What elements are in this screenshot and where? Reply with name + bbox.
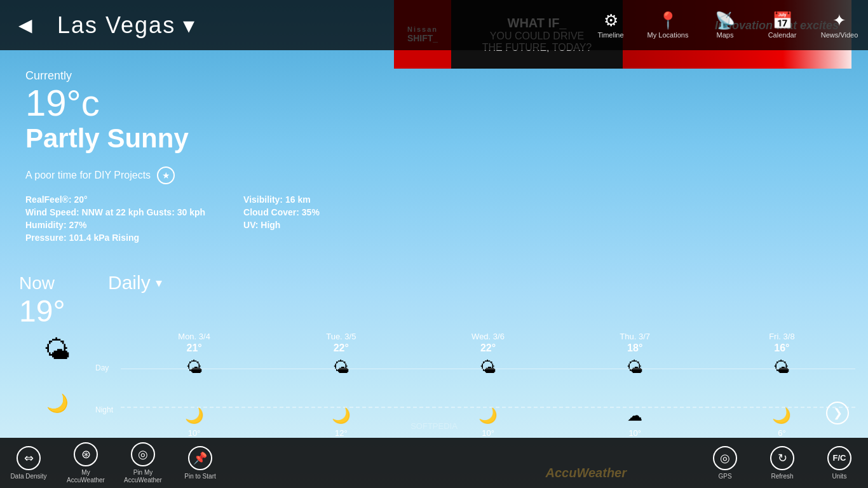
detail-col-right: Visibility: 16 km Cloud Cover: 35% UV: H… xyxy=(243,194,320,243)
pressure-value: 101.4 kPa Rising xyxy=(69,233,139,243)
units-icon: F/C xyxy=(827,446,851,470)
forecast-high: 21° xyxy=(187,342,202,354)
nav-item-calendar[interactable]: 📅 Calendar xyxy=(754,0,811,50)
daily-selector[interactable]: Daily ▾ xyxy=(108,272,162,294)
refresh-icon: ↻ xyxy=(770,446,794,470)
realfeel-item: RealFeel®: 20° xyxy=(25,194,205,205)
city-title[interactable]: Las Vegas ▾ xyxy=(57,12,582,39)
forecast-section: Now 19° Daily ▾ 🌤 🌙 Day Night xyxy=(0,272,868,438)
day-icon: 🌤 xyxy=(627,358,643,377)
day-icon: 🌤 xyxy=(480,358,496,377)
gusts-label: Gusts: xyxy=(146,207,174,217)
day-timeline-line xyxy=(121,369,855,369)
forecast-day: Mon. 3/4 21° 🌤 🌙 10° xyxy=(121,332,268,438)
nav-item-my-locations[interactable]: 📍 My Locations xyxy=(639,0,696,50)
nav-icons: ⚙ Timeline 📍 My Locations 📡 Maps 📅 Calen… xyxy=(582,0,868,50)
visibility-item: Visibility: 16 km xyxy=(243,194,320,205)
realfeel-value: 20° xyxy=(74,194,87,205)
maps-label: Maps xyxy=(717,31,734,39)
forecast-high: 16° xyxy=(774,342,789,354)
wind-label: Wind Speed: xyxy=(25,207,79,217)
forecast-day: Tue. 3/5 22° 🌤 🌙 12° xyxy=(268,332,414,438)
forecast-days-container: Mon. 3/4 21° 🌤 🌙 10° Tue. 3/5 22° 🌤 🌙 12… xyxy=(121,332,855,438)
now-night-icon: 🌙 xyxy=(46,393,69,414)
my-locations-label: My Locations xyxy=(648,31,689,39)
data-density-icon: ⇔ xyxy=(17,446,41,470)
humidity-item: Humidity: 27% xyxy=(25,220,205,230)
chevron-down-icon: ▾ xyxy=(156,275,162,290)
forecast-low: 10° xyxy=(188,428,201,438)
next-arrow-icon: ❯ xyxy=(833,406,843,420)
now-weather-icon: 🌤 xyxy=(44,335,71,365)
cloud-label: Cloud Cover: xyxy=(243,207,299,217)
uv-item: UV: High xyxy=(243,220,320,230)
toolbar-pin-my-accuweather[interactable]: ◎ Pin MyAccuWeather xyxy=(114,438,172,488)
realfeel-label: RealFeel®: xyxy=(25,194,72,205)
back-button[interactable]: ◀ xyxy=(0,0,51,50)
weather-details: RealFeel®: 20° Wind Speed: NNW at 22 kph… xyxy=(25,194,843,243)
accu-logo: AccuWeather xyxy=(546,466,627,480)
gusts-value: 30 kph xyxy=(177,207,205,217)
daily-label: Daily xyxy=(108,272,151,294)
nav-item-maps[interactable]: 📡 Maps xyxy=(696,0,754,50)
top-navigation: ◀ Las Vegas ▾ ⚙ Timeline 📍 My Locations … xyxy=(0,0,868,50)
toolbar-data-density[interactable]: ⇔ Data Density xyxy=(0,438,57,488)
night-icon: 🌙 xyxy=(185,407,204,424)
news-video-icon: ✦ xyxy=(832,12,846,29)
forecast-date: Fri. 3/8 xyxy=(769,332,794,341)
cloud-value: 35% xyxy=(302,207,320,217)
night-icon: 🌙 xyxy=(772,407,791,424)
pin-to-start-label: Pin to Start xyxy=(184,473,215,480)
uv-label: UV: xyxy=(243,220,258,230)
toolbar-units[interactable]: F/C Units xyxy=(811,438,868,488)
my-accuweather-icon: ⊛ xyxy=(74,442,98,466)
detail-col-left: RealFeel®: 20° Wind Speed: NNW at 22 kph… xyxy=(25,194,205,243)
forecast-day: Wed. 3/6 22° 🌤 🌙 10° xyxy=(414,332,561,438)
pin-to-start-icon: 📌 xyxy=(188,446,212,470)
activity-row: A poor time for DIY Projects ★ xyxy=(25,166,843,184)
visibility-label: Visibility: xyxy=(243,194,283,205)
news-video-label: News/Video xyxy=(821,31,858,39)
forecast-low: 10° xyxy=(482,428,494,438)
now-label: Now xyxy=(19,273,95,294)
toolbar-my-accuweather[interactable]: ⊛ MyAccuWeather xyxy=(57,438,114,488)
night-label: Night xyxy=(95,405,121,414)
activity-label: A poor time for DIY Projects xyxy=(25,170,151,181)
favorite-button[interactable]: ★ xyxy=(157,166,175,184)
units-label: Units xyxy=(832,473,847,480)
data-density-label: Data Density xyxy=(10,473,46,480)
calendar-label: Calendar xyxy=(768,31,797,39)
wind-value: NNW at 22 kph xyxy=(82,207,144,217)
forecast-date: Wed. 3/6 xyxy=(471,332,505,341)
night-timeline-line xyxy=(121,407,855,408)
pin-my-accuweather-label: Pin MyAccuWeather xyxy=(124,469,162,484)
bottom-toolbar: ⇔ Data Density ⊛ MyAccuWeather ◎ Pin MyA… xyxy=(0,438,868,488)
night-icon: ☁ xyxy=(627,407,642,424)
uv-value: High xyxy=(261,220,280,230)
forecast-date: Tue. 3/5 xyxy=(326,332,356,341)
current-condition: Partly Sunny xyxy=(25,123,843,154)
next-arrow-button[interactable]: ❯ xyxy=(826,402,849,424)
day-icon: 🌤 xyxy=(186,358,203,377)
forecast-days: Mon. 3/4 21° 🌤 🌙 10° Tue. 3/5 22° 🌤 🌙 12… xyxy=(121,332,855,438)
refresh-label: Refresh xyxy=(771,473,793,480)
forecast-date: Mon. 3/4 xyxy=(178,332,210,341)
day-icon: 🌤 xyxy=(333,358,349,377)
my-accuweather-label: MyAccuWeather xyxy=(67,469,105,484)
toolbar-right: ◎ GPS ↻ Refresh F/C Units xyxy=(696,438,868,488)
nav-item-timeline[interactable]: ⚙ Timeline xyxy=(582,0,639,50)
visibility-value: 16 km xyxy=(285,194,311,205)
toolbar-refresh[interactable]: ↻ Refresh xyxy=(754,438,811,488)
pin-my-accuweather-icon: ◎ xyxy=(131,442,155,466)
toolbar-pin-to-start[interactable]: 📌 Pin to Start xyxy=(172,438,229,488)
my-locations-icon: 📍 xyxy=(658,12,678,29)
humidity-label: Humidity: xyxy=(25,220,67,230)
pressure-label: Pressure: xyxy=(25,233,67,243)
currently-label: Currently xyxy=(25,69,843,83)
nav-item-news-video[interactable]: ✦ News/Video xyxy=(811,0,868,50)
toolbar-gps[interactable]: ◎ GPS xyxy=(696,438,754,488)
night-icon: 🌙 xyxy=(332,407,351,424)
gps-label: GPS xyxy=(718,473,731,480)
forecast-date: Thu. 3/7 xyxy=(620,332,650,341)
timeline-label: Timeline xyxy=(597,31,623,39)
